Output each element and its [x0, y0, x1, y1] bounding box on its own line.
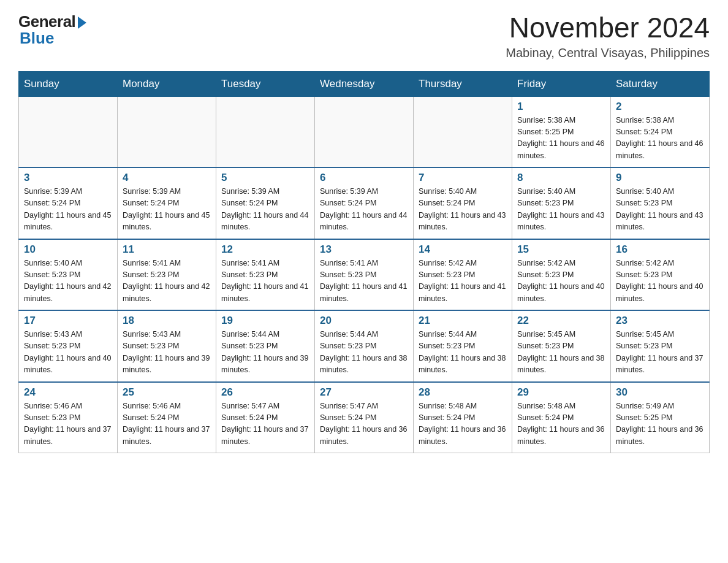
logo: General Blue	[18, 12, 86, 48]
day-info: Sunrise: 5:47 AMSunset: 5:24 PMDaylight:…	[221, 400, 309, 448]
weekday-header-sunday: Sunday	[19, 71, 118, 96]
calendar-week-row: 24Sunrise: 5:46 AMSunset: 5:23 PMDayligh…	[19, 382, 710, 453]
day-number: 15	[517, 243, 605, 256]
day-info: Sunrise: 5:44 AMSunset: 5:23 PMDaylight:…	[419, 329, 507, 377]
calendar-cell: 10Sunrise: 5:40 AMSunset: 5:23 PMDayligh…	[19, 239, 118, 311]
day-number: 16	[616, 243, 704, 256]
day-number: 8	[517, 172, 605, 184]
weekday-header-friday: Friday	[512, 71, 611, 96]
day-number: 19	[221, 315, 309, 327]
day-number: 28	[419, 386, 507, 399]
day-info: Sunrise: 5:47 AMSunset: 5:24 PMDaylight:…	[320, 400, 408, 448]
day-number: 21	[419, 315, 507, 327]
day-number: 6	[320, 172, 408, 184]
calendar-cell: 5Sunrise: 5:39 AMSunset: 5:24 PMDaylight…	[216, 167, 315, 239]
calendar-cell	[315, 96, 414, 167]
day-info: Sunrise: 5:40 AMSunset: 5:23 PMDaylight:…	[517, 186, 605, 234]
day-info: Sunrise: 5:39 AMSunset: 5:24 PMDaylight:…	[221, 186, 309, 234]
weekday-header-wednesday: Wednesday	[315, 71, 414, 96]
day-info: Sunrise: 5:39 AMSunset: 5:24 PMDaylight:…	[320, 186, 408, 234]
day-info: Sunrise: 5:42 AMSunset: 5:23 PMDaylight:…	[419, 258, 507, 305]
calendar-cell: 11Sunrise: 5:41 AMSunset: 5:23 PMDayligh…	[118, 239, 216, 311]
calendar-cell: 3Sunrise: 5:39 AMSunset: 5:24 PMDaylight…	[19, 167, 118, 239]
calendar-cell: 17Sunrise: 5:43 AMSunset: 5:23 PMDayligh…	[19, 310, 118, 382]
day-number: 22	[517, 315, 605, 327]
calendar-cell: 26Sunrise: 5:47 AMSunset: 5:24 PMDayligh…	[216, 382, 315, 453]
calendar-cell	[414, 96, 512, 167]
weekday-header-thursday: Thursday	[414, 71, 512, 96]
calendar-table: SundayMondayTuesdayWednesdayThursdayFrid…	[18, 71, 710, 454]
day-info: Sunrise: 5:39 AMSunset: 5:24 PMDaylight:…	[123, 186, 211, 234]
calendar-cell: 8Sunrise: 5:40 AMSunset: 5:23 PMDaylight…	[512, 167, 611, 239]
day-info: Sunrise: 5:40 AMSunset: 5:24 PMDaylight:…	[419, 186, 507, 234]
day-info: Sunrise: 5:46 AMSunset: 5:24 PMDaylight:…	[123, 400, 211, 448]
day-info: Sunrise: 5:45 AMSunset: 5:23 PMDaylight:…	[517, 329, 605, 377]
calendar-cell: 2Sunrise: 5:38 AMSunset: 5:24 PMDaylight…	[611, 96, 710, 167]
day-number: 17	[24, 315, 112, 327]
day-info: Sunrise: 5:39 AMSunset: 5:24 PMDaylight:…	[24, 186, 112, 234]
calendar-cell: 21Sunrise: 5:44 AMSunset: 5:23 PMDayligh…	[414, 310, 512, 382]
day-info: Sunrise: 5:42 AMSunset: 5:23 PMDaylight:…	[616, 258, 704, 305]
day-number: 10	[24, 243, 112, 256]
calendar-cell: 20Sunrise: 5:44 AMSunset: 5:23 PMDayligh…	[315, 310, 414, 382]
day-number: 18	[123, 315, 211, 327]
month-year-title: November 2024	[506, 12, 710, 44]
weekday-header-saturday: Saturday	[611, 71, 710, 96]
calendar-cell: 22Sunrise: 5:45 AMSunset: 5:23 PMDayligh…	[512, 310, 611, 382]
calendar-week-row: 3Sunrise: 5:39 AMSunset: 5:24 PMDaylight…	[19, 167, 710, 239]
day-number: 24	[24, 386, 112, 399]
logo-blue-text: Blue	[20, 29, 54, 48]
calendar-cell: 28Sunrise: 5:48 AMSunset: 5:24 PMDayligh…	[414, 382, 512, 453]
day-info: Sunrise: 5:38 AMSunset: 5:25 PMDaylight:…	[517, 115, 605, 163]
calendar-cell	[216, 96, 315, 167]
day-number: 3	[24, 172, 112, 184]
day-info: Sunrise: 5:42 AMSunset: 5:23 PMDaylight:…	[517, 258, 605, 305]
logo-arrow-icon	[78, 17, 86, 29]
day-number: 2	[616, 101, 704, 113]
calendar-cell: 6Sunrise: 5:39 AMSunset: 5:24 PMDaylight…	[315, 167, 414, 239]
calendar-week-row: 10Sunrise: 5:40 AMSunset: 5:23 PMDayligh…	[19, 239, 710, 311]
day-number: 5	[221, 172, 309, 184]
calendar-cell: 9Sunrise: 5:40 AMSunset: 5:23 PMDaylight…	[611, 167, 710, 239]
day-info: Sunrise: 5:40 AMSunset: 5:23 PMDaylight:…	[616, 186, 704, 234]
calendar-cell: 24Sunrise: 5:46 AMSunset: 5:23 PMDayligh…	[19, 382, 118, 453]
calendar-cell: 27Sunrise: 5:47 AMSunset: 5:24 PMDayligh…	[315, 382, 414, 453]
calendar-cell: 19Sunrise: 5:44 AMSunset: 5:23 PMDayligh…	[216, 310, 315, 382]
location-subtitle: Mabinay, Central Visayas, Philippines	[506, 46, 710, 60]
day-number: 25	[123, 386, 211, 399]
day-number: 11	[123, 243, 211, 256]
day-info: Sunrise: 5:48 AMSunset: 5:24 PMDaylight:…	[419, 400, 507, 448]
day-info: Sunrise: 5:41 AMSunset: 5:23 PMDaylight:…	[320, 258, 408, 305]
day-info: Sunrise: 5:41 AMSunset: 5:23 PMDaylight:…	[221, 258, 309, 305]
weekday-header-row: SundayMondayTuesdayWednesdayThursdayFrid…	[19, 71, 710, 96]
calendar-cell: 7Sunrise: 5:40 AMSunset: 5:24 PMDaylight…	[414, 167, 512, 239]
day-info: Sunrise: 5:43 AMSunset: 5:23 PMDaylight:…	[123, 329, 211, 377]
day-number: 29	[517, 386, 605, 399]
day-info: Sunrise: 5:48 AMSunset: 5:24 PMDaylight:…	[517, 400, 605, 448]
calendar-cell: 30Sunrise: 5:49 AMSunset: 5:25 PMDayligh…	[611, 382, 710, 453]
day-number: 12	[221, 243, 309, 256]
day-info: Sunrise: 5:40 AMSunset: 5:23 PMDaylight:…	[24, 258, 112, 305]
calendar-cell: 14Sunrise: 5:42 AMSunset: 5:23 PMDayligh…	[414, 239, 512, 311]
day-info: Sunrise: 5:45 AMSunset: 5:23 PMDaylight:…	[616, 329, 704, 377]
calendar-cell	[19, 96, 118, 167]
calendar-cell: 16Sunrise: 5:42 AMSunset: 5:23 PMDayligh…	[611, 239, 710, 311]
day-number: 30	[616, 386, 704, 399]
day-number: 20	[320, 315, 408, 327]
calendar-cell: 13Sunrise: 5:41 AMSunset: 5:23 PMDayligh…	[315, 239, 414, 311]
day-info: Sunrise: 5:38 AMSunset: 5:24 PMDaylight:…	[616, 115, 704, 163]
day-info: Sunrise: 5:43 AMSunset: 5:23 PMDaylight:…	[24, 329, 112, 377]
weekday-header-tuesday: Tuesday	[216, 71, 315, 96]
day-number: 13	[320, 243, 408, 256]
day-number: 7	[419, 172, 507, 184]
weekday-header-monday: Monday	[118, 71, 216, 96]
calendar-cell: 12Sunrise: 5:41 AMSunset: 5:23 PMDayligh…	[216, 239, 315, 311]
day-info: Sunrise: 5:41 AMSunset: 5:23 PMDaylight:…	[123, 258, 211, 305]
calendar-cell: 23Sunrise: 5:45 AMSunset: 5:23 PMDayligh…	[611, 310, 710, 382]
calendar-cell: 1Sunrise: 5:38 AMSunset: 5:25 PMDaylight…	[512, 96, 611, 167]
calendar-cell: 18Sunrise: 5:43 AMSunset: 5:23 PMDayligh…	[118, 310, 216, 382]
calendar-week-row: 1Sunrise: 5:38 AMSunset: 5:25 PMDaylight…	[19, 96, 710, 167]
day-number: 26	[221, 386, 309, 399]
day-number: 27	[320, 386, 408, 399]
day-number: 4	[123, 172, 211, 184]
